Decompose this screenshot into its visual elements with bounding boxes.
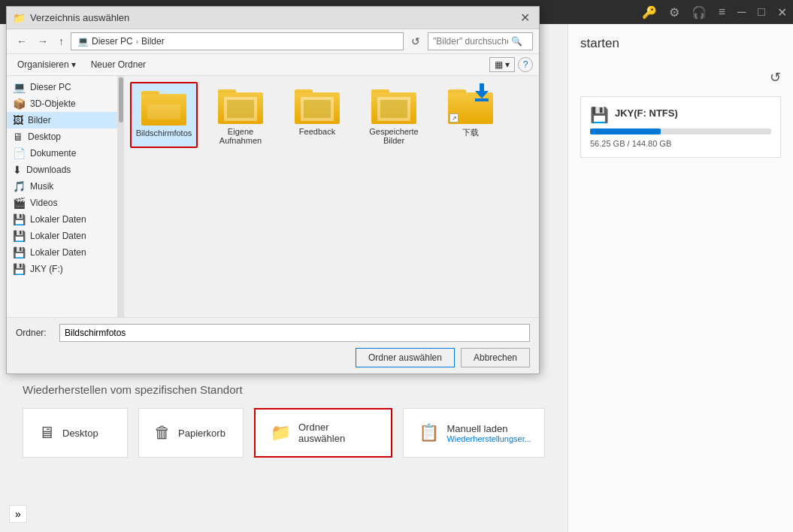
file-item-bildschirmfotos[interactable]: Bildschirmfotos bbox=[130, 82, 198, 148]
sidebar-label-lokal3: Lokaler Daten bbox=[30, 247, 86, 258]
view-arrow: ▾ bbox=[505, 59, 510, 70]
trash-label-text: Papierkorb bbox=[178, 428, 225, 439]
headphones-icon[interactable]: 🎧 bbox=[692, 5, 707, 20]
desktop-card[interactable]: 🖥 Desktop bbox=[23, 408, 128, 458]
download-arrow-icon bbox=[474, 83, 490, 107]
sidebar-icon-lokal3: 💾 bbox=[13, 246, 26, 258]
sidebar-item-dieser-pc[interactable]: 💻 Dieser PC bbox=[7, 79, 117, 95]
background-section: Wiederherstellen vom spezifischen Stando… bbox=[0, 368, 568, 458]
dialog-title-icon: 📁 bbox=[13, 12, 26, 24]
dialog-addressbar: ← → ↑ 💻 Dieser PC › Bilder ↺ 🔍 bbox=[7, 29, 539, 54]
disk-header: 💾 JKY(F: NTFS) bbox=[590, 106, 771, 124]
file-item-eigene[interactable]: Eigene Aufnahmen bbox=[207, 82, 274, 148]
svg-marker-0 bbox=[475, 83, 489, 98]
sidebar-item-musik[interactable]: 🎵 Musik bbox=[7, 178, 117, 195]
sidebar-item-desktop[interactable]: 🖥 Desktop bbox=[7, 128, 117, 145]
maximize-icon[interactable]: □ bbox=[758, 5, 765, 19]
desktop-card-label: Desktop bbox=[62, 428, 98, 439]
sidebar-container: 💻 Dieser PC 📦 3D-Objekte 🖼 Bilder 🖥 Desk… bbox=[7, 76, 124, 317]
sidebar-icon-lokal2: 💾 bbox=[13, 230, 26, 242]
sidebar-label-lokal2: Lokaler Daten bbox=[30, 231, 86, 241]
address-refresh-button[interactable]: ↺ bbox=[407, 34, 425, 49]
sidebar-item-lokal3[interactable]: 💾 Lokaler Daten bbox=[7, 244, 117, 261]
toolbar-right: ▦ ▾ ? bbox=[489, 57, 533, 72]
sidebar-scrollbar[interactable] bbox=[118, 76, 124, 317]
key-icon[interactable]: 🔑 bbox=[642, 5, 657, 20]
button-row: Ordner auswählen Abbrechen bbox=[16, 348, 530, 367]
sidebar-item-bilder[interactable]: 🖼 Bilder bbox=[7, 112, 117, 128]
organize-arrow: ▾ bbox=[71, 59, 76, 70]
disk-bar-fill bbox=[590, 128, 661, 135]
sidebar-item-videos[interactable]: 🎬 Videos bbox=[7, 195, 117, 211]
search-input[interactable] bbox=[433, 36, 508, 47]
dialog-title-text: Verzeichnis auswählen bbox=[30, 12, 129, 23]
view-button[interactable]: ▦ ▾ bbox=[489, 57, 515, 72]
sidebar-item-jky[interactable]: 💾 JKY (F:) bbox=[7, 261, 117, 277]
manual-card[interactable]: 📋 Manuell laden Wiederherstellungser... bbox=[403, 408, 545, 458]
search-box: 🔍 bbox=[428, 32, 533, 50]
manual-icon: 📋 bbox=[419, 423, 439, 443]
sidebar-label-jky: JKY (F:) bbox=[30, 264, 63, 274]
shortcut-overlay: ↗ bbox=[449, 113, 459, 122]
menu-icon[interactable]: ≡ bbox=[719, 5, 725, 19]
sidebar-icon-dokumente: 📄 bbox=[13, 147, 26, 159]
settings-icon[interactable]: ⚙ bbox=[669, 5, 679, 20]
select-folder-button[interactable]: Ordner auswählen bbox=[356, 348, 455, 367]
manual-label-text: Manuell laden bbox=[446, 423, 531, 434]
sidebar-item-lokal2[interactable]: 💾 Lokaler Daten bbox=[7, 228, 117, 244]
expand-button[interactable]: » bbox=[9, 505, 27, 523]
folder-icon-feedback bbox=[295, 85, 340, 124]
sidebar-icon-3d: 📦 bbox=[13, 98, 26, 110]
dialog-close-button[interactable]: ✕ bbox=[517, 11, 533, 25]
sidebar-label-bilder: Bilder bbox=[28, 115, 51, 125]
sidebar-item-3d[interactable]: 📦 3D-Objekte bbox=[7, 95, 117, 112]
new-folder-button[interactable]: Neuer Ordner bbox=[86, 58, 150, 71]
sidebar-icon-dieser-pc: 💻 bbox=[13, 81, 26, 93]
sidebar-item-lokal1[interactable]: 💾 Lokaler Daten bbox=[7, 211, 117, 228]
cancel-button[interactable]: Abbrechen bbox=[461, 348, 530, 367]
trash-icon: 🗑 bbox=[154, 423, 171, 443]
folder-body-eigene bbox=[218, 92, 263, 124]
disk-name: JKY(F: NTFS) bbox=[615, 107, 678, 119]
folder-icon-gespeicherte bbox=[371, 85, 416, 124]
forward-button[interactable]: → bbox=[34, 34, 52, 49]
folder-select-icon: 📁 bbox=[271, 423, 291, 443]
up-button[interactable]: ↑ bbox=[55, 34, 68, 49]
folder-name-row: Ordner: bbox=[16, 324, 530, 342]
dialog-title: 📁 Verzeichnis auswählen bbox=[13, 12, 129, 24]
background-section-title: Wiederherstellen vom spezifischen Stando… bbox=[23, 383, 545, 396]
file-label-gespeicherte: Gespeicherte Bilder bbox=[363, 127, 425, 145]
file-item-feedback[interactable]: Feedback bbox=[283, 82, 351, 148]
path-icon: 💻 bbox=[77, 36, 89, 47]
folder-icon-bildschirmfotos bbox=[141, 86, 186, 125]
sidebar-icon-videos: 🎬 bbox=[13, 197, 26, 209]
sidebar-item-dokumente[interactable]: 📄 Dokumente bbox=[7, 145, 117, 162]
back-button[interactable]: ← bbox=[13, 34, 31, 49]
sidebar-icon-lokal1: 💾 bbox=[13, 213, 26, 225]
sidebar-icon-downloads: ⬇ bbox=[13, 164, 22, 176]
trash-card[interactable]: 🗑 Papierkorb bbox=[138, 408, 244, 458]
dialog-bottom: Ordner: Ordner auswählen Abbrechen bbox=[7, 317, 539, 373]
disk-size: 56.25 GB / 144.80 GB bbox=[590, 139, 771, 148]
help-button[interactable]: ? bbox=[518, 57, 533, 72]
path-part-2: Bilder bbox=[141, 36, 165, 47]
file-label-xia-zai: 下载 bbox=[462, 127, 479, 138]
file-dialog: 📁 Verzeichnis auswählen ✕ ← → ↑ 💻 Dieser… bbox=[6, 6, 540, 374]
folder-card-label: Ordner auswählen bbox=[298, 422, 376, 444]
file-label-feedback: Feedback bbox=[299, 127, 335, 136]
folder-input[interactable] bbox=[59, 324, 530, 342]
organize-button[interactable]: Organisieren ▾ bbox=[13, 58, 80, 71]
sidebar-label-3d: 3D-Objekte bbox=[30, 98, 76, 109]
folder-shine bbox=[147, 104, 180, 119]
address-path[interactable]: 💻 Dieser PC › Bilder bbox=[71, 32, 404, 50]
dialog-sidebar: 💻 Dieser PC 📦 3D-Objekte 🖼 Bilder 🖥 Desk… bbox=[7, 76, 118, 317]
right-panel-title: starten bbox=[580, 36, 781, 51]
sidebar-item-downloads[interactable]: ⬇ Downloads bbox=[7, 162, 117, 178]
folder-card[interactable]: 📁 Ordner auswählen bbox=[254, 408, 392, 458]
file-item-gespeicherte[interactable]: Gespeicherte Bilder bbox=[360, 82, 428, 148]
minimize-icon[interactable]: ─ bbox=[737, 5, 746, 19]
file-item-xia-zai[interactable]: ↗ 下载 bbox=[437, 82, 504, 148]
refresh-button[interactable]: ↺ bbox=[770, 69, 781, 86]
sidebar-label-dieser-pc: Dieser PC bbox=[30, 82, 71, 92]
close-icon[interactable]: ✕ bbox=[777, 5, 787, 20]
